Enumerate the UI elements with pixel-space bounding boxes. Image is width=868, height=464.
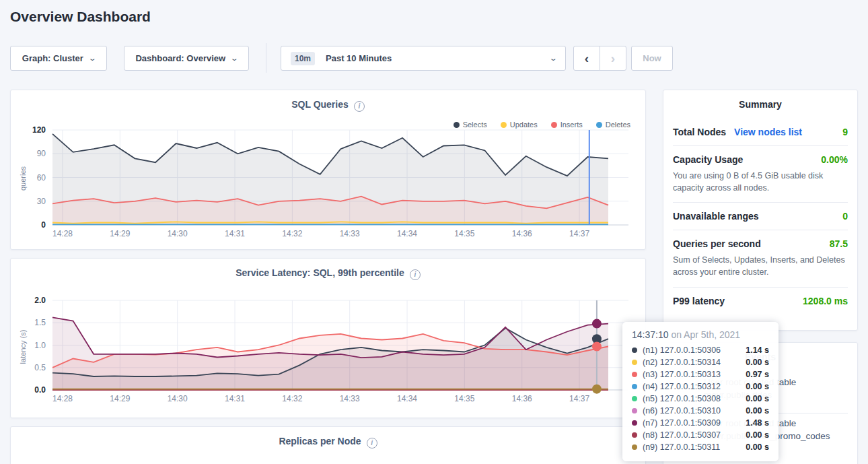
summary-value: 0.00% [821,154,848,165]
legend-dot [454,122,460,128]
info-icon[interactable]: i [367,438,377,449]
time-now-button[interactable]: Now [631,46,673,71]
chart-hover-tooltip: 14:37:10 on Apr 5th, 2021 (n1) 127.0.0.1… [622,322,779,461]
node-color-dot [632,396,637,401]
dashboard-dropdown[interactable]: Dashboard: Overview ⌄ [124,46,249,71]
x-tick-label: 14:30 [168,394,188,403]
time-range-label: Past 10 Minutes [326,53,392,63]
y-tick-label: 0.5 [21,363,46,372]
chart-title: SQL Queriesi [11,99,645,112]
x-tick-label: 14:29 [110,394,130,403]
legend-dot [551,122,557,128]
tooltip-node-row: (n9) 127.0.0.1:503110.00 s [632,441,769,453]
chart-title-text: Replicas per Node [279,436,361,446]
legend-label: Deletes [606,121,630,129]
summary-label: Unavailable ranges [673,211,759,222]
chart-plot-area[interactable] [52,300,628,390]
node-address: (n8) 127.0.0.1:50307 [643,430,721,440]
legend-label: Inserts [560,121,583,129]
summary-row: Queries per second87.5Sum of Selects, Up… [673,230,848,286]
node-address: (n5) 127.0.0.1:50308 [643,394,721,403]
x-tick-label: 14:32 [282,229,302,238]
chart-legend: SelectsUpdatesInsertsDeletes [454,121,630,129]
tooltip-node-row: (n8) 127.0.0.1:503070.00 s [632,429,769,441]
chart-title-text: SQL Queries [291,99,349,110]
node-color-dot [632,420,637,426]
hover-point-dot [592,319,602,329]
tooltip-node-row: (n4) 127.0.0.1:503120.00 s [632,380,769,393]
node-address: (n2) 127.0.0.1:50314 [643,358,721,367]
node-color-dot [632,372,637,377]
x-tick-label: 14:36 [512,394,532,403]
legend-item-deletes[interactable]: Deletes [596,121,630,129]
node-latency-value: 0.00 s [746,406,769,416]
summary-value: 1208.0 ms [803,296,848,306]
chevron-down-icon: ⌄ [230,55,239,62]
node-latency-value: 0.00 s [746,382,769,391]
legend-label: Selects [463,121,487,129]
graph-dropdown[interactable]: Graph: Cluster ⌄ [10,46,107,71]
chart-plot-area[interactable] [52,130,628,225]
tooltip-node-row: (n5) 127.0.0.1:503080.00 s [632,393,769,405]
overview-dashboard-page: { "page": {"title": "Overview Dashboard"… [0,0,868,464]
x-tick-label: 14:28 [52,229,73,238]
service-latency-chart[interactable]: 2.01.51.00.50.014:2814:2914:3014:3114:32… [21,300,639,409]
x-tick-label: 14:33 [340,229,360,238]
tooltip-time: 14:37:10 [632,329,669,340]
x-tick-label: 14:35 [454,394,474,403]
sql-queries-chart[interactable]: 120906030014:2814:2914:3014:3114:3214:33… [21,130,639,244]
tooltip-node-row: (n1) 127.0.0.1:503061.14 s [632,344,769,356]
legend-item-updates[interactable]: Updates [501,121,538,129]
y-tick-label: 1.0 [21,341,46,350]
summary-row: Total NodesView nodes list9 [673,119,848,145]
x-tick-label: 14:30 [168,229,188,238]
info-icon[interactable]: i [354,101,365,112]
summary-value: 0 [842,211,848,222]
node-latency-value: 0.00 s [746,358,769,367]
node-color-dot [632,408,637,413]
sql-queries-panel: SQL Queriesi SelectsUpdatesInsertsDelete… [10,90,646,250]
summary-row: Unavailable ranges0 [673,202,848,230]
x-tick-label: 14:31 [225,229,245,238]
summary-row: P99 latency1208.0 ms [673,287,848,314]
summary-label: Total Nodes [673,127,726,137]
x-tick-label: 14:34 [397,229,417,238]
x-tick-label: 14:28 [52,394,73,403]
node-latency-value: 1.48 s [746,418,769,428]
tooltip-node-row: (n3) 127.0.0.1:503130.97 s [632,368,769,380]
service-latency-panel: Service Latency: SQL, 99th percentilei l… [10,258,646,418]
node-address: (n7) 127.0.0.1:50309 [643,418,721,428]
x-tick-label: 14:37 [569,394,589,403]
x-tick-label: 14:35 [454,229,474,238]
legend-item-inserts[interactable]: Inserts [551,121,583,129]
page-title: Overview Dashboard [10,9,151,25]
time-range-dropdown[interactable]: 10m Past 10 Minutes ⌄ [281,46,566,71]
legend-item-selects[interactable]: Selects [454,121,487,129]
legend-dot [501,122,507,128]
replicas-per-node-panel: Replicas per Nodei [10,426,646,464]
node-latency-value: 0.00 s [746,394,769,403]
chart-title: Replicas per Nodei [11,436,645,449]
y-tick-label: 60 [21,173,46,183]
node-color-dot [632,347,637,353]
tooltip-node-row: (n2) 127.0.0.1:503140.00 s [632,356,769,368]
legend-label: Updates [510,121,538,129]
chevron-down-icon: ⌄ [549,55,558,62]
time-range-badge: 10m [291,52,315,65]
y-tick-label: 2.0 [21,296,46,305]
info-icon[interactable]: i [410,269,421,280]
time-prev-button[interactable]: ‹ [573,46,600,71]
x-tick-label: 14:29 [110,229,130,238]
tooltip-node-row: (n7) 127.0.0.1:503091.48 s [632,417,769,429]
view-nodes-list-link[interactable]: View nodes list [734,127,802,137]
tooltip-node-row: (n6) 127.0.0.1:503100.00 s [632,405,769,417]
summary-title: Summary [663,99,857,110]
dashboard-dropdown-label: Dashboard: Overview [135,53,225,63]
node-color-dot [632,384,637,389]
chart-title-text: Service Latency: SQL, 99th percentile [236,267,404,278]
summary-label: Capacity Usage [673,154,743,165]
time-next-button[interactable]: › [600,46,626,71]
graph-dropdown-label: Graph: Cluster [22,53,83,63]
chevron-down-icon: ⌄ [88,55,97,62]
node-address: (n9) 127.0.0.1:50311 [643,442,720,452]
